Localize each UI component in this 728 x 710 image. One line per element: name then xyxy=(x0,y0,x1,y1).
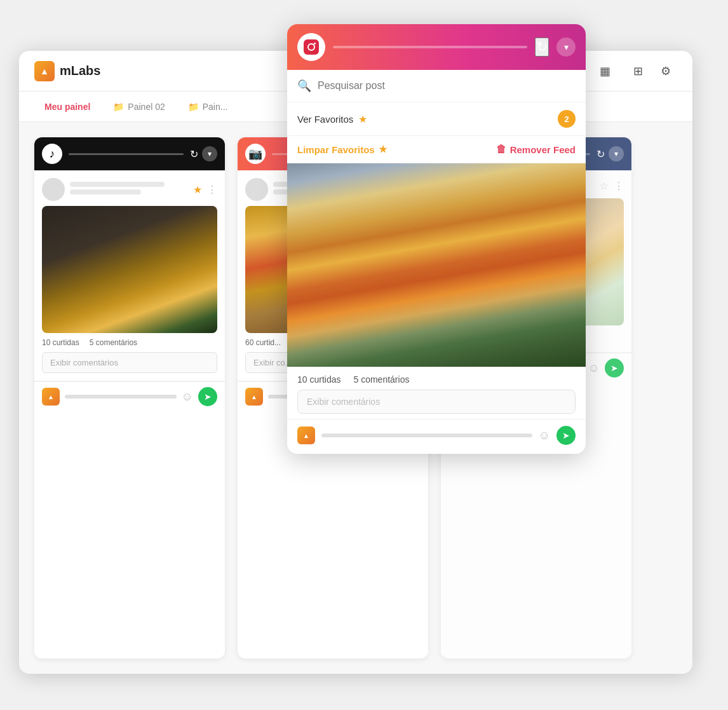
tiktok-post-stats: 10 curtidas 5 comentários xyxy=(42,338,217,347)
tiktok-comment-btn[interactable]: Exibir comentários xyxy=(42,352,217,373)
instagram-compose-logo: ▲ xyxy=(245,388,263,406)
tiktok-text-line-1 xyxy=(70,182,165,187)
tiktok-likes: 10 curtidas xyxy=(42,338,79,347)
svg-rect-0 xyxy=(304,39,319,55)
logo-icon: ▲ xyxy=(34,61,55,81)
settings-icon-btn[interactable]: ⚙ xyxy=(654,60,677,83)
tiktok-compose: ▲ ☺ ➤ xyxy=(34,381,225,411)
logo-area: ▲ mLabs xyxy=(34,61,100,81)
tiktok-post-image-bg xyxy=(42,206,217,333)
favorites-label: Ver Favoritos ★ xyxy=(297,113,558,125)
tiktok-refresh-btn[interactable]: ↻ xyxy=(190,148,198,160)
dropdown-popup: ↻ ▾ 🔍 Ver Favoritos ★ 2 Limpar Favoritos… xyxy=(287,24,586,454)
favorites-row[interactable]: Ver Favoritos ★ 2 xyxy=(287,102,586,136)
favorites-star-icon: ★ xyxy=(358,113,367,125)
tiktok-post-image xyxy=(42,206,217,333)
dropdown-header: ↻ ▾ xyxy=(287,24,586,70)
tab-painel-03[interactable]: 📁 Pain... xyxy=(178,97,238,117)
tiktok-comments: 5 comentários xyxy=(90,338,137,347)
dropdown-compose: ▲ ☺ ➤ xyxy=(287,419,586,454)
tab-meu-painel[interactable]: Meu painel xyxy=(34,97,100,117)
instagram-likes: 60 curtid... xyxy=(245,338,281,347)
folder-icon-1: 📁 xyxy=(113,102,124,112)
svg-point-2 xyxy=(314,43,316,44)
instagram-platform-icon: 📷 xyxy=(245,144,266,164)
trash-icon: 🗑 xyxy=(496,144,506,155)
dropdown-chevron-btn[interactable]: ▾ xyxy=(556,38,576,57)
dropdown-refresh-btn[interactable]: ↻ xyxy=(535,38,549,57)
tiktok-dots-icon[interactable]: ⋮ xyxy=(207,184,217,196)
tiktok-avatar xyxy=(42,178,65,201)
tiktok-star-icon[interactable]: ★ xyxy=(193,184,202,196)
other-refresh-btn[interactable]: ↻ xyxy=(597,148,605,160)
dropdown-post-image-bg xyxy=(287,163,586,367)
search-icon: 🔍 xyxy=(297,79,311,93)
dropdown-post-comments: 5 comentários xyxy=(353,374,409,385)
dropdown-post-likes: 10 curtidas xyxy=(297,374,340,385)
folder-icon-2: 📁 xyxy=(188,102,199,112)
dropdown-post-image xyxy=(287,163,586,367)
limpar-favoritos-btn[interactable]: Limpar Favoritos ★ xyxy=(297,144,491,155)
tiktok-chevron-btn[interactable]: ▾ xyxy=(202,146,217,161)
dropdown-search: 🔍 xyxy=(287,70,586,102)
tiktok-send-btn[interactable]: ➤ xyxy=(198,387,217,406)
dropdown-comment-btn[interactable]: Exibir comentários xyxy=(297,390,576,414)
tiktok-platform-icon: ♪ xyxy=(42,144,62,164)
search-input[interactable] xyxy=(318,80,576,92)
dropdown-compose-logo: ▲ xyxy=(297,427,315,444)
limpar-star-icon: ★ xyxy=(379,144,387,155)
tiktok-header-line xyxy=(69,153,184,155)
dropdown-emoji-btn[interactable]: ☺ xyxy=(539,429,550,442)
other-post-actions: ☆ ⋮ xyxy=(600,180,624,192)
feed-card-tiktok: ♪ ↻ ▾ ★ ⋮ xyxy=(34,137,225,659)
tab-painel-02[interactable]: 📁 Painel 02 xyxy=(103,97,175,117)
other-header-actions: ↻ ▾ xyxy=(597,146,624,161)
other-chevron-btn[interactable]: ▾ xyxy=(609,146,624,161)
dropdown-send-btn[interactable]: ➤ xyxy=(556,426,576,445)
tiktok-emoji-btn[interactable]: ☺ xyxy=(182,390,193,404)
tiktok-card-header: ♪ ↻ ▾ xyxy=(34,137,225,170)
other-emoji-btn[interactable]: ☺ xyxy=(588,362,600,375)
actions-row: Limpar Favoritos ★ 🗑 Remover Feed xyxy=(287,136,586,163)
calendar-icon-btn[interactable]: ▦ xyxy=(593,60,616,83)
instagram-avatar xyxy=(245,178,268,201)
tiktok-post-actions: ★ ⋮ xyxy=(193,184,217,196)
tiktok-header-actions: ↻ ▾ xyxy=(190,146,217,161)
tiktok-post-meta: ★ ⋮ xyxy=(42,178,217,201)
tiktok-compose-input[interactable] xyxy=(65,395,177,399)
grid-icon-btn[interactable]: ⊞ xyxy=(626,60,649,83)
other-star-icon[interactable]: ☆ xyxy=(600,180,609,192)
remover-feed-btn[interactable]: 🗑 Remover Feed xyxy=(496,144,576,155)
tiktok-compose-logo: ▲ xyxy=(42,388,60,406)
other-dots-icon[interactable]: ⋮ xyxy=(614,180,624,192)
dropdown-post-stats: 10 curtidas 5 comentários xyxy=(287,367,586,387)
dropdown-compose-input[interactable] xyxy=(321,434,532,437)
tiktok-text-line-2 xyxy=(70,189,141,195)
other-send-btn[interactable]: ➤ xyxy=(605,358,624,378)
tiktok-post-lines xyxy=(70,182,188,197)
tiktok-post-item: ★ ⋮ 10 curtidas 5 comentários Exibir com… xyxy=(34,170,225,381)
logo-text: mLabs xyxy=(60,64,100,78)
dropdown-platform-icon xyxy=(297,33,325,61)
dropdown-header-line xyxy=(333,46,527,48)
favorites-count-badge: 2 xyxy=(558,110,576,128)
